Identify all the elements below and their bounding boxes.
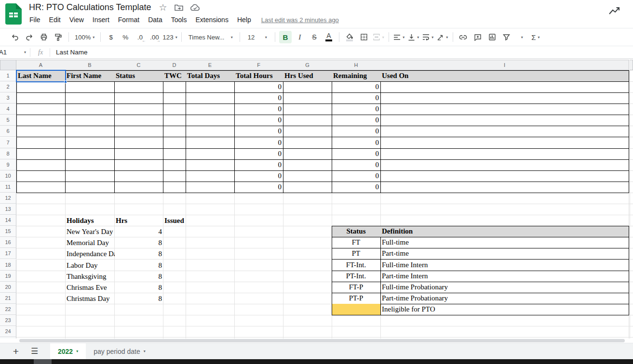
cell-H8[interactable]: 0: [332, 148, 381, 160]
cell-D1[interactable]: TWC: [163, 70, 186, 82]
cell-C4[interactable]: [114, 104, 163, 115]
cell-A3[interactable]: [16, 92, 66, 104]
column-header-I[interactable]: I: [380, 60, 629, 70]
cell-F3[interactable]: 0: [234, 92, 283, 104]
cell-I19[interactable]: Part-time Intern: [380, 271, 629, 282]
cell-C19[interactable]: 8: [114, 271, 163, 282]
cell-D6[interactable]: [163, 126, 186, 137]
cell-A6[interactable]: [16, 126, 66, 137]
column-header-B[interactable]: B: [65, 60, 115, 70]
cell-F8[interactable]: 0: [234, 148, 283, 160]
row-header-9[interactable]: 9: [0, 159, 16, 170]
row-header-5[interactable]: 5: [0, 115, 16, 126]
cell-H2[interactable]: 0: [332, 81, 381, 93]
cell-C3[interactable]: [114, 92, 163, 104]
cell-I11[interactable]: [380, 182, 629, 193]
fill-color-button[interactable]: [343, 31, 356, 43]
cell-E8[interactable]: [186, 148, 235, 160]
cell-F9[interactable]: 0: [234, 159, 283, 171]
cell-F2[interactable]: 0: [234, 81, 283, 93]
text-wrap-button[interactable]: ▾: [422, 31, 434, 43]
cell-H11[interactable]: 0: [332, 182, 381, 193]
cell-B1[interactable]: First Name: [65, 70, 115, 82]
column-header-G[interactable]: G: [283, 60, 332, 70]
cell-E4[interactable]: [186, 104, 235, 115]
cell-B9[interactable]: [65, 159, 115, 171]
row-header-13[interactable]: 13: [0, 204, 16, 215]
cell-C10[interactable]: [114, 170, 163, 182]
cell-B7[interactable]: [65, 137, 115, 149]
cell-G6[interactable]: [283, 126, 332, 137]
row-header-15[interactable]: 15: [0, 226, 16, 237]
undo-button[interactable]: [9, 31, 21, 43]
cell-I9[interactable]: [380, 159, 629, 171]
menu-view[interactable]: View: [65, 14, 88, 25]
last-edit-link[interactable]: Last edit was 2 minutes ago: [261, 16, 339, 24]
row-header-1[interactable]: 1: [0, 70, 16, 81]
insert-link-button[interactable]: [457, 31, 470, 43]
row-header-12[interactable]: 12: [0, 193, 16, 204]
cell-G4[interactable]: [283, 104, 332, 115]
cell-C20[interactable]: 8: [114, 282, 163, 293]
row-header-19[interactable]: 19: [0, 271, 16, 282]
functions-button[interactable]: Σ▾: [529, 31, 542, 43]
grid-corner[interactable]: [0, 60, 16, 70]
cell-C1[interactable]: Status: [114, 70, 163, 82]
cell-H18[interactable]: FT-Int.: [332, 260, 381, 271]
cell-H6[interactable]: 0: [332, 126, 381, 137]
borders-button[interactable]: [358, 31, 370, 43]
cell-G8[interactable]: [283, 148, 332, 160]
row-header-14[interactable]: 14: [0, 215, 16, 226]
cell-D5[interactable]: [163, 115, 186, 126]
cell-I16[interactable]: Full-time: [380, 237, 629, 248]
menu-format[interactable]: Format: [114, 14, 144, 25]
cell-A2[interactable]: [16, 81, 66, 93]
row-header-20[interactable]: 20: [0, 282, 16, 293]
cell-B15[interactable]: New Year's Day: [65, 226, 115, 237]
decrease-decimal-button[interactable]: .0←: [134, 31, 146, 43]
row-header-7[interactable]: 7: [0, 137, 16, 148]
row-header-22[interactable]: 22: [0, 304, 16, 315]
cell-G11[interactable]: [283, 182, 332, 193]
name-box[interactable]: A1▾: [0, 49, 30, 56]
row-header-8[interactable]: 8: [0, 148, 16, 159]
cell-B8[interactable]: [65, 148, 115, 160]
cell-C18[interactable]: 8: [114, 260, 163, 271]
cell-C11[interactable]: [114, 182, 163, 193]
cell-H3[interactable]: 0: [332, 92, 381, 104]
trending-arrow-icon[interactable]: [608, 6, 621, 19]
cell-A10[interactable]: [16, 170, 66, 182]
vertical-align-button[interactable]: ▾: [407, 31, 420, 43]
cell-B6[interactable]: [65, 126, 115, 137]
text-color-button[interactable]: A: [323, 31, 335, 43]
menu-extensions[interactable]: Extensions: [191, 14, 232, 25]
row-header-2[interactable]: 2: [0, 81, 16, 92]
strikethrough-button[interactable]: S: [308, 31, 321, 43]
cell-C16[interactable]: 8: [114, 237, 163, 248]
cell-I18[interactable]: Full-time Intern: [380, 260, 629, 271]
row-header-6[interactable]: 6: [0, 126, 16, 137]
cell-E5[interactable]: [186, 115, 235, 126]
row-header-24[interactable]: 24: [0, 326, 16, 337]
cell-F4[interactable]: 0: [234, 104, 283, 115]
cell-D7[interactable]: [163, 137, 186, 149]
cell-B14[interactable]: Holidays: [65, 215, 115, 226]
cell-B2[interactable]: [65, 81, 115, 93]
cell-C9[interactable]: [114, 159, 163, 171]
cell-I17[interactable]: Part-time: [380, 248, 629, 260]
insert-chart-button[interactable]: [486, 31, 498, 43]
cell-I10[interactable]: [380, 170, 629, 182]
cell-D9[interactable]: [163, 159, 186, 171]
cell-D11[interactable]: [163, 182, 186, 193]
cell-A4[interactable]: [16, 104, 66, 115]
column-header-A[interactable]: A: [16, 60, 66, 70]
cell-H9[interactable]: 0: [332, 159, 381, 171]
cell-A7[interactable]: [16, 137, 66, 149]
horizontal-scrollbar[interactable]: [0, 338, 633, 343]
redo-button[interactable]: [23, 31, 36, 43]
cell-F6[interactable]: 0: [234, 126, 283, 137]
text-rotation-button[interactable]: ▾: [436, 31, 449, 43]
cell-H10[interactable]: 0: [332, 170, 381, 182]
menu-file[interactable]: File: [25, 14, 45, 25]
column-header-C[interactable]: C: [114, 60, 163, 70]
